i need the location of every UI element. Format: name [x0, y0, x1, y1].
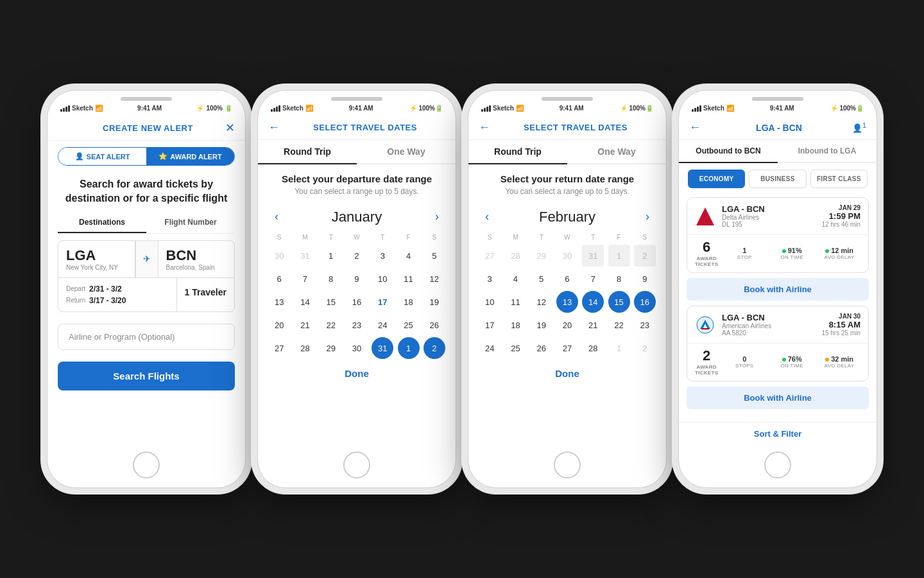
cal-day-range-end[interactable]: 16	[634, 291, 656, 313]
book-button-2[interactable]: Book with Airline	[687, 387, 869, 409]
back-button-2[interactable]: ←	[268, 121, 280, 134]
cal-day[interactable]: 8	[320, 268, 342, 290]
cal-day[interactable]: 1	[608, 245, 630, 267]
cal-day[interactable]: 20	[556, 314, 578, 336]
next-month-2[interactable]: ›	[430, 207, 444, 226]
dates-cell[interactable]: Depart 2/31 - 3/2 Return 3/17 - 3/20	[58, 278, 177, 311]
cal-day[interactable]: 25	[398, 314, 420, 336]
traveler-cell[interactable]: 1 Traveler	[177, 278, 234, 311]
cal-day[interactable]: 3	[479, 268, 501, 290]
cal-day[interactable]: 1	[320, 245, 342, 267]
cal-day-selected-end[interactable]: 2	[424, 337, 445, 359]
cal-day-range[interactable]: 15	[608, 291, 630, 313]
back-button-3[interactable]: ←	[479, 121, 490, 134]
cal-day[interactable]: 13	[268, 291, 290, 313]
cal-day[interactable]: 23	[346, 314, 368, 336]
prev-month-2[interactable]: ‹	[270, 207, 284, 226]
cal-day[interactable]: 12	[531, 291, 552, 313]
cal-day[interactable]: 20	[268, 314, 290, 336]
next-month-3[interactable]: ›	[640, 207, 654, 226]
cal-day-selected-start[interactable]: 31	[372, 337, 393, 359]
search-flights-button[interactable]: Search Flights	[58, 362, 235, 390]
cal-day[interactable]: 15	[320, 291, 342, 313]
cal-day[interactable]: 8	[608, 268, 630, 290]
cal-day[interactable]: 28	[582, 337, 604, 359]
cal-day[interactable]: 11	[504, 291, 526, 313]
home-button-2[interactable]	[343, 451, 370, 478]
seat-alert-toggle[interactable]: 👤 SEAT ALERT	[58, 148, 146, 165]
cal-day[interactable]: 31	[294, 245, 316, 267]
cal-day[interactable]: 24	[479, 337, 501, 359]
cal-day[interactable]: 2	[346, 245, 368, 267]
cal-day[interactable]: 27	[556, 337, 578, 359]
cal-day[interactable]: 17	[479, 314, 501, 336]
done-button-2[interactable]: Done	[258, 359, 456, 388]
cal-day[interactable]: 5	[424, 245, 445, 267]
cal-day-selected[interactable]: 1	[398, 337, 420, 359]
cal-day[interactable]: 5	[531, 268, 552, 290]
cal-day[interactable]: 30	[268, 245, 290, 267]
cal-day[interactable]: 9	[634, 268, 656, 290]
cal-day[interactable]: 4	[398, 245, 420, 267]
flight-number-tab[interactable]: Flight Number	[146, 213, 235, 233]
cal-day[interactable]: 9	[346, 268, 368, 290]
cal-day[interactable]: 28	[504, 245, 526, 267]
cal-day[interactable]: 29	[320, 337, 342, 359]
award-alert-toggle[interactable]: ⭐ AWARD ALERT	[146, 148, 234, 165]
close-button[interactable]: ✕	[225, 121, 235, 135]
cal-day[interactable]: 30	[346, 337, 368, 359]
economy-btn[interactable]: ECONOMY	[688, 170, 745, 188]
prev-month-3[interactable]: ‹	[480, 207, 494, 226]
round-trip-tab-2[interactable]: Round Trip	[258, 140, 357, 164]
cal-day[interactable]: 24	[372, 314, 393, 336]
cal-day[interactable]: 16	[346, 291, 368, 313]
origin-cell[interactable]: LGA New York City, NY	[58, 241, 135, 277]
cal-day[interactable]: 29	[531, 245, 552, 267]
sort-filter-button[interactable]: Sort & Filter	[679, 422, 877, 445]
back-button-4[interactable]: ←	[689, 121, 701, 134]
cal-day[interactable]: 22	[320, 314, 342, 336]
cal-day[interactable]: 7	[294, 268, 316, 290]
home-button-4[interactable]	[764, 451, 791, 478]
inbound-tab[interactable]: Inbound to LGA	[778, 140, 877, 162]
cal-day[interactable]: 12	[424, 268, 445, 290]
cal-day[interactable]: 2	[634, 337, 656, 359]
destinations-tab[interactable]: Destinations	[58, 213, 146, 233]
round-trip-tab-3[interactable]: Round Trip	[468, 140, 567, 164]
cal-day-range[interactable]: 14	[582, 291, 604, 313]
business-btn[interactable]: BUSINESS	[749, 170, 806, 188]
cal-day[interactable]: 1	[608, 337, 630, 359]
cal-day[interactable]: 26	[531, 337, 552, 359]
cal-day[interactable]: 6	[268, 268, 290, 290]
cal-day[interactable]: 22	[608, 314, 630, 336]
destination-cell[interactable]: BCN Barcelona, Spain	[158, 241, 235, 277]
book-button-1[interactable]: Book with Airline	[687, 278, 869, 301]
cal-day[interactable]: 25	[504, 337, 526, 359]
cal-day[interactable]: 6	[556, 268, 578, 290]
cal-day[interactable]: 3	[372, 245, 393, 267]
cal-day[interactable]: 27	[479, 245, 501, 267]
cal-day[interactable]: 7	[582, 268, 604, 290]
cal-day[interactable]: 2	[634, 245, 656, 267]
cal-day[interactable]: 14	[294, 291, 316, 313]
cal-day[interactable]: 26	[424, 314, 445, 336]
one-way-tab-3[interactable]: One Way	[567, 140, 666, 163]
done-button-3[interactable]: Done	[468, 359, 666, 388]
cal-day[interactable]: 30	[556, 245, 578, 267]
cal-day[interactable]: 10	[372, 268, 393, 290]
cal-day[interactable]: 4	[504, 268, 526, 290]
cal-day[interactable]: 31	[582, 245, 604, 267]
cal-day-range-start[interactable]: 13	[556, 291, 578, 313]
cal-day[interactable]: 21	[582, 314, 604, 336]
cal-day[interactable]: 18	[504, 314, 526, 336]
home-button-1[interactable]	[133, 451, 160, 478]
first-class-btn[interactable]: FIRST CLASS	[810, 170, 868, 188]
cal-day[interactable]: 17	[372, 291, 393, 313]
cal-day[interactable]: 10	[479, 291, 501, 313]
home-button-3[interactable]	[554, 451, 581, 478]
cal-day[interactable]: 18	[398, 291, 420, 313]
cal-day[interactable]: 23	[634, 314, 656, 336]
cal-day[interactable]: 11	[398, 268, 420, 290]
cal-day[interactable]: 27	[268, 337, 290, 359]
one-way-tab-2[interactable]: One Way	[357, 140, 456, 163]
